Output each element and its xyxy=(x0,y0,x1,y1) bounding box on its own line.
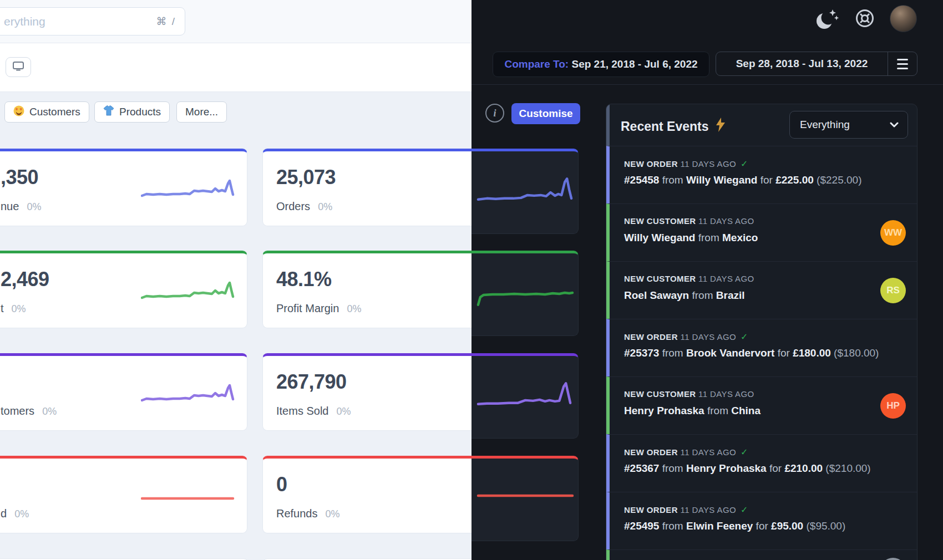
stat-card-dark-fragment[interactable] xyxy=(472,149,579,234)
event-description: #25367 from Henry Prohaska for £210.00 (… xyxy=(624,462,871,475)
search-shortcut-hint: ⌘ / xyxy=(156,15,176,28)
customer-avatar xyxy=(880,558,906,560)
event-time: 11 DAYS AGO xyxy=(696,216,754,226)
compare-to-button[interactable]: Compare To: Sep 21, 2018 - Jul 6, 2022 xyxy=(493,52,709,77)
tshirt-emoji-icon xyxy=(103,105,114,119)
help-button[interactable] xyxy=(855,8,875,30)
stat-card[interactable]: 8tomers0% xyxy=(0,353,247,431)
dark-date-row: Compare To: Sep 21, 2018 - Jul 6, 2022 S… xyxy=(472,43,943,85)
stat-value: 25,073 xyxy=(276,166,336,189)
stat-delta: 0% xyxy=(14,508,29,520)
star-struck-emoji-icon xyxy=(13,105,24,119)
event-description: #25373 from Brook Vandervort for £180.00… xyxy=(624,347,879,359)
filter-chip-more[interactable]: More... xyxy=(176,101,227,123)
event-item-customer[interactable]: NEW CUSTOMER 11 DAYS AGOHenry Prohaska f… xyxy=(606,376,917,434)
event-type-label: NEW CUSTOMER xyxy=(624,216,696,226)
stat-card[interactable]: 25,073Orders0% xyxy=(262,149,495,226)
customer-avatar: RS xyxy=(880,278,906,303)
stat-label: t xyxy=(1,302,4,314)
stat-label: nue xyxy=(1,200,19,212)
stat-card[interactable]: 267,790Items Sold0% xyxy=(262,353,495,431)
hamburger-icon[interactable] xyxy=(888,59,917,69)
stat-label: d xyxy=(1,507,7,520)
info-icon[interactable]: i xyxy=(485,104,504,123)
events-list: NEW ORDER 11 DAYS AGO✓#25458 from Willy … xyxy=(606,146,917,560)
stat-card[interactable]: 0Refunds0% xyxy=(262,456,495,533)
event-type-label: NEW CUSTOMER xyxy=(624,274,696,283)
sparkline-chart xyxy=(476,174,575,208)
stat-delta: 0% xyxy=(12,303,26,314)
moon-icon xyxy=(814,23,840,33)
compare-range: Sep 21, 2018 - Jul 6, 2022 xyxy=(569,58,697,70)
filter-chip-customers[interactable]: Customers xyxy=(4,101,89,123)
event-time: 11 DAYS AGO xyxy=(696,389,754,399)
recent-events-panel: Recent Events Everything xyxy=(606,104,917,560)
stat-card-dark-fragment[interactable] xyxy=(472,353,579,439)
light-toolbar-row xyxy=(0,43,472,92)
filter-chip-label: Products xyxy=(119,106,161,118)
sparkline-chart xyxy=(476,481,575,515)
stat-delta: 0% xyxy=(326,508,340,520)
light-dashboard: erything ⌘ / CustomersProductsMore... ,3… xyxy=(0,0,472,560)
event-item-order[interactable]: NEW ORDER 11 DAYS AGO✓#25373 from Brook … xyxy=(606,319,917,376)
event-time: 11 DAYS AGO xyxy=(678,159,736,169)
event-time: 11 DAYS AGO xyxy=(696,274,754,283)
light-topbar: erything ⌘ / xyxy=(0,0,472,43)
sparkline-chart xyxy=(141,281,235,306)
sparkline-chart xyxy=(141,486,235,511)
event-item-order[interactable]: NEW ORDER 11 DAYS AGO✓#25458 from Willy … xyxy=(606,146,917,203)
stat-delta: 0% xyxy=(336,406,351,417)
event-type-label: NEW CUSTOMER xyxy=(624,389,696,399)
event-item-customer[interactable]: NEW CUSTOMER 11 DAYS AGO xyxy=(606,549,917,560)
customer-avatar: HP xyxy=(880,393,906,419)
event-item-customer[interactable]: NEW CUSTOMER 11 DAYS AGORoel Sawayn from… xyxy=(606,261,917,319)
stat-label: Refunds xyxy=(276,507,318,520)
stat-value: 48.1% xyxy=(276,268,332,291)
filter-chip-label: More... xyxy=(185,106,218,118)
event-type-label: NEW ORDER xyxy=(624,332,678,342)
event-type-label: NEW ORDER xyxy=(624,505,678,515)
customise-button[interactable]: Customise xyxy=(511,103,580,124)
life-buoy-icon xyxy=(855,21,875,30)
stat-card-dark-fragment[interactable] xyxy=(472,251,579,336)
check-icon: ✓ xyxy=(741,159,748,169)
event-item-customer[interactable]: NEW CUSTOMER 11 DAYS AGOWilly Wiegand fr… xyxy=(606,203,917,261)
user-avatar[interactable] xyxy=(890,5,917,32)
sparkline-chart xyxy=(476,276,575,310)
stat-label: tomers xyxy=(1,405,34,417)
stat-delta: 0% xyxy=(318,201,332,212)
theme-toggle-button[interactable] xyxy=(814,8,840,33)
stat-label: Profit Margin xyxy=(276,302,339,314)
check-icon: ✓ xyxy=(741,505,748,515)
date-range-value: Sep 28, 2018 - Jul 13, 2022 xyxy=(716,58,888,70)
event-item-order[interactable]: NEW ORDER 11 DAYS AGO✓#25367 from Henry … xyxy=(606,434,917,492)
stat-value: 0 xyxy=(276,473,287,496)
stat-card[interactable]: ,350nue0% xyxy=(0,149,247,226)
display-options-button[interactable] xyxy=(6,57,31,77)
dashboard-split-view: erything ⌘ / CustomersProductsMore... ,3… xyxy=(0,0,943,560)
search-input[interactable]: erything ⌘ / xyxy=(0,7,185,35)
stat-label: Items Sold xyxy=(276,405,328,417)
date-range-button[interactable]: Sep 28, 2018 - Jul 13, 2022 xyxy=(716,52,917,76)
event-description: Willy Wiegand from Mexico xyxy=(624,232,758,244)
stat-card[interactable]: 48.1%Profit Margin0% xyxy=(262,251,495,328)
stat-delta: 0% xyxy=(42,406,57,417)
stat-value: ,350 xyxy=(1,166,38,189)
event-description: Henry Prohaska from China xyxy=(624,405,761,417)
monitor-icon xyxy=(12,61,24,74)
compare-to-label: Compare To: xyxy=(504,58,569,70)
filter-chip-products[interactable]: Products xyxy=(94,101,170,123)
events-filter-dropdown[interactable]: Everything xyxy=(789,111,908,139)
event-description: Roel Sawayn from Brazil xyxy=(624,289,745,302)
panel-accent-strip xyxy=(606,104,610,146)
check-icon: ✓ xyxy=(741,447,748,457)
stat-card-dark-fragment[interactable] xyxy=(472,456,579,541)
event-item-order[interactable]: NEW ORDER 11 DAYS AGO✓#25495 from Elwin … xyxy=(606,492,917,549)
stat-delta: 0% xyxy=(27,201,41,212)
stat-card[interactable]: d0% xyxy=(0,456,247,533)
stat-card[interactable]: 2,469t0% xyxy=(0,251,247,328)
event-time: 11 DAYS AGO xyxy=(678,332,736,342)
recent-events-header: Recent Events Everything xyxy=(606,104,917,146)
event-type-label: NEW ORDER xyxy=(624,159,678,169)
stat-delta: 0% xyxy=(347,303,361,314)
